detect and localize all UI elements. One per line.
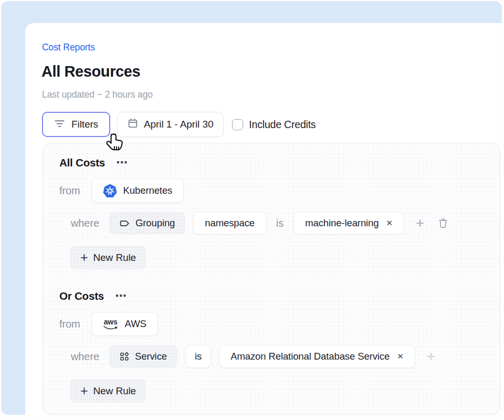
filters-button[interactable]: Filters (42, 112, 110, 137)
filters-panel: All Costs ⋯ from (43, 143, 500, 414)
tag-icon (120, 218, 130, 228)
delete-rule-icon[interactable] (437, 217, 449, 229)
filters-button-label: Filters (71, 119, 98, 130)
from-label: from (59, 318, 80, 330)
filter-value-label: machine-learning (305, 217, 379, 229)
operator-label: is (195, 351, 202, 362)
report-card: Cost Reports All Resources Last updated … (25, 23, 502, 415)
remove-value-icon[interactable]: ✕ (397, 352, 403, 361)
add-value-icon[interactable]: + (416, 216, 424, 230)
operator-chip[interactable]: is (185, 345, 211, 368)
include-credits-label: Include Credits (249, 119, 316, 131)
filter-key-chip[interactable]: namespace (193, 212, 266, 235)
group1-menu-icon[interactable]: ⋯ (116, 160, 128, 165)
filter-value-chip[interactable]: Amazon Relational Database Service ✕ (219, 345, 415, 368)
group1-title: All Costs (59, 156, 105, 169)
where-label: where (71, 217, 99, 229)
from-label: from (59, 185, 80, 197)
filter-icon (54, 119, 65, 130)
group1-new-rule-button[interactable]: + New Rule (70, 246, 146, 269)
last-updated-text: Last updated ~ 2 hours ago (42, 89, 153, 100)
group1-header: All Costs ⋯ (59, 156, 500, 169)
include-credits-control[interactable]: Include Credits (232, 119, 316, 131)
group2-new-rule-button[interactable]: + New Rule (70, 379, 146, 403)
operator-text: is (276, 217, 284, 229)
aws-logo-icon: aws (103, 318, 119, 330)
provider-chip-label: AWS (125, 318, 146, 330)
group2-header: Or Costs ⋯ (59, 290, 500, 302)
where-label: where (71, 351, 99, 363)
group2-where-row: where Service is Amazon Relational Datab… (71, 345, 500, 368)
provider-chip-label: Kubernetes (123, 185, 173, 196)
plus-icon: + (80, 251, 88, 264)
include-credits-checkbox[interactable] (232, 119, 243, 130)
provider-chip-aws[interactable]: aws AWS (91, 312, 158, 336)
remove-value-icon[interactable]: ✕ (386, 218, 392, 228)
filter-type-label: Grouping (135, 217, 175, 229)
calendar-icon (128, 118, 138, 131)
filter-value-chip[interactable]: machine-learning ✕ (293, 212, 404, 235)
group2-title: Or Costs (59, 290, 104, 302)
new-rule-label: New Rule (93, 252, 136, 264)
page-title: All Resources (41, 63, 140, 80)
filter-key-label: namespace (205, 217, 255, 229)
kubernetes-logo-icon (103, 184, 117, 198)
filter-value-label: Amazon Relational Database Service (230, 351, 390, 362)
provider-chip-kubernetes[interactable]: Kubernetes (91, 178, 184, 203)
group1-where-row: where Grouping namespace is machine-lear… (71, 212, 500, 235)
plus-icon: + (80, 384, 88, 397)
categories-grid-icon (120, 352, 129, 361)
group2-from-row: from aws AWS (59, 312, 500, 336)
filter-type-chip-grouping[interactable]: Grouping (109, 212, 185, 235)
filter-type-chip-service[interactable]: Service (109, 345, 177, 368)
filter-type-label: Service (135, 351, 167, 362)
new-rule-label: New Rule (93, 385, 136, 397)
group1-from-row: from Kubernetes (59, 178, 500, 203)
breadcrumb[interactable]: Cost Reports (42, 42, 95, 53)
group2-menu-icon[interactable]: ⋯ (115, 293, 127, 299)
toolbar: Filters April 1 - April 30 Include Credi… (42, 112, 316, 137)
date-range-label: April 1 - April 30 (144, 119, 213, 130)
date-range-button[interactable]: April 1 - April 30 (117, 112, 224, 137)
add-value-icon[interactable]: + (427, 349, 435, 364)
